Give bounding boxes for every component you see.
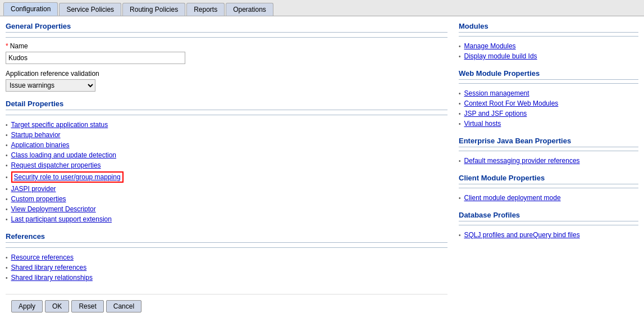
list-item: Application binaries [6, 140, 447, 150]
main-content: General Properties *Name Application ref… [0, 16, 644, 317]
list-item: Virtual hosts [459, 119, 638, 129]
reset-button[interactable]: Reset [71, 300, 103, 313]
detail-link-class-loading-and-update-detection[interactable]: Class loading and update detection [11, 151, 116, 159]
tab-routing-policies[interactable]: Routing Policies [122, 3, 185, 16]
name-label: *Name [6, 42, 447, 50]
right-link[interactable]: Client module deployment mode [464, 194, 561, 202]
app-ref-select[interactable]: Issue warningsStop applicationDisabled [6, 79, 95, 92]
app-ref-field-group: Application reference validation Issue w… [6, 70, 447, 92]
detail-properties-header: Detail Properties [6, 99, 447, 110]
list-item: Display module build Ids [459, 51, 638, 61]
right-panel: Modules Manage ModulesDisplay module bui… [459, 22, 638, 317]
right-link[interactable]: Context Root For Web Modules [464, 99, 559, 107]
list-item: Target specific application status [6, 120, 447, 130]
required-star: * [6, 42, 8, 50]
ref-link[interactable]: Shared library relationships [11, 274, 93, 282]
list-item: Class loading and update detection [6, 150, 447, 160]
list-item: JASPI provider [6, 184, 447, 194]
list-item: Client module deployment mode [459, 193, 638, 203]
detail-link-view-deployment-descriptor[interactable]: View Deployment Descriptor [11, 205, 96, 213]
web-module-header: Web Module Properties [459, 69, 638, 80]
list-item: Session management [459, 88, 638, 98]
cancel-button[interactable]: Cancel [106, 300, 141, 313]
web-module-list: Session managementContext Root For Web M… [459, 88, 638, 129]
detail-link-jaspi-provider[interactable]: JASPI provider [11, 185, 56, 193]
list-item: Shared library references [6, 262, 447, 273]
ok-button[interactable]: OK [45, 300, 69, 313]
list-item: Custom properties [6, 194, 447, 204]
ref-link[interactable]: Shared library references [11, 264, 87, 271]
modules-list: Manage ModulesDisplay module build Ids [459, 41, 638, 61]
highlighted-item: Security role to user/group mapping [11, 171, 124, 183]
tab-bar: ConfigurationService PoliciesRouting Pol… [0, 0, 644, 16]
left-panel: General Properties *Name Application ref… [6, 22, 447, 317]
right-link[interactable]: SQLJ profiles and pureQuery bind files [464, 231, 580, 239]
apply-button[interactable]: Apply [11, 300, 43, 313]
right-link[interactable]: Session management [464, 89, 529, 97]
list-item: Shared library relationships [6, 273, 447, 283]
detail-link-custom-properties[interactable]: Custom properties [11, 195, 66, 203]
right-link[interactable]: Display module build Ids [464, 52, 537, 60]
right-link[interactable]: Default messaging provider references [464, 157, 580, 165]
name-field-group: *Name [6, 42, 447, 64]
button-bar: Apply OK Reset Cancel [6, 294, 447, 317]
list-item: SQLJ profiles and pureQuery bind files [459, 230, 638, 240]
list-item: JSP and JSF options [459, 108, 638, 119]
list-item: Manage Modules [459, 41, 638, 51]
tab-operations[interactable]: Operations [226, 3, 273, 16]
modules-header: Modules [459, 22, 638, 33]
name-input[interactable] [6, 52, 185, 64]
database-profiles-list: SQLJ profiles and pureQuery bind files [459, 230, 638, 240]
detail-link-last-participant-support-extension[interactable]: Last participant support extension [11, 215, 112, 223]
detail-properties-list: Target specific application statusStartu… [6, 120, 447, 224]
detail-link-application-binaries[interactable]: Application binaries [11, 141, 70, 149]
right-link[interactable]: Virtual hosts [464, 120, 501, 128]
list-item: Context Root For Web Modules [459, 98, 638, 108]
references-list: Resource referencesShared library refere… [6, 252, 447, 283]
client-module-list: Client module deployment mode [459, 193, 638, 203]
detail-link-target-specific-application-status[interactable]: Target specific application status [11, 121, 108, 129]
list-item: Last participant support extension [6, 214, 447, 224]
list-item: Resource references [6, 252, 447, 262]
tab-service-policies[interactable]: Service Policies [59, 3, 121, 16]
tab-reports[interactable]: Reports [186, 3, 225, 16]
ejb-header: Enterprise Java Bean Properties [459, 137, 638, 147]
ejb-list: Default messaging provider references [459, 156, 638, 166]
list-item: Default messaging provider references [459, 156, 638, 166]
right-link[interactable]: JSP and JSF options [464, 110, 527, 117]
tab-configuration[interactable]: Configuration [3, 2, 58, 16]
right-link[interactable]: Manage Modules [464, 42, 516, 50]
detail-link-request-dispatcher-properties[interactable]: Request dispatcher properties [11, 161, 101, 169]
detail-link-security-role-to-usergroup-mapping[interactable]: Security role to user/group mapping [14, 173, 121, 181]
list-item: View Deployment Descriptor [6, 204, 447, 214]
general-properties-header: General Properties [6, 22, 447, 33]
detail-link-startup-behavior[interactable]: Startup behavior [11, 131, 61, 139]
client-module-header: Client Module Properties [459, 174, 638, 184]
ref-link[interactable]: Resource references [11, 253, 74, 261]
list-item: Startup behavior [6, 130, 447, 140]
app-ref-label: Application reference validation [6, 70, 447, 78]
list-item: Request dispatcher properties [6, 160, 447, 170]
database-profiles-header: Database Profiles [459, 211, 638, 221]
list-item: Security role to user/group mapping [6, 170, 447, 184]
references-header: References [6, 232, 447, 243]
